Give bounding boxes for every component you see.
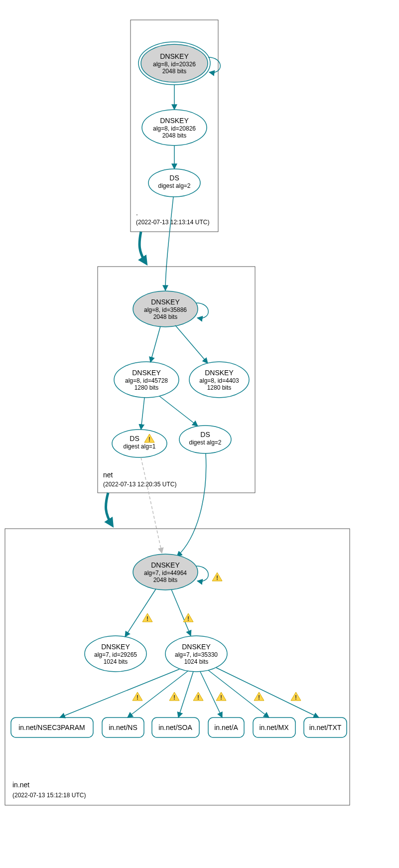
svg-text:in.net/MX: in.net/MX [259, 723, 289, 731]
rrset-nsec3param: in.net/NSEC3PARAM [11, 718, 93, 737]
zone-time-innet: (2022-07-13 15:12:18 UTC) [12, 792, 86, 799]
edge-innet-ksk-zsk [125, 589, 156, 637]
warning-icon [291, 692, 301, 701]
node-innet-zsk2: DNSKEY alg=7, id=35330 1024 bits [165, 636, 227, 672]
delegation-net-innet [106, 493, 112, 525]
svg-text:alg=8, id=45728: alg=8, id=45728 [125, 377, 168, 384]
rrset-a: in.net/A [208, 718, 244, 737]
edge-root-ds-net-ksk [165, 197, 173, 290]
rrset-soa: in.net/SOA [152, 718, 199, 737]
self-loop-innet-ksk [196, 566, 208, 581]
edge-innet-ksk-zsk2 [171, 589, 191, 636]
zone-label-root: . [136, 209, 138, 217]
svg-text:2048 bits: 2048 bits [153, 313, 178, 320]
warning-icon [183, 613, 193, 622]
node-net-ds1: DS digest alg=1 [112, 430, 167, 457]
warning-icon [216, 692, 226, 701]
edge-net-ksk-zsk [150, 326, 160, 362]
svg-text:DNSKEY: DNSKEY [160, 52, 189, 60]
svg-text:alg=8, id=20326: alg=8, id=20326 [153, 61, 196, 68]
node-net-zsk: DNSKEY alg=8, id=45728 1280 bits [114, 362, 179, 398]
warning-icon [142, 613, 152, 622]
svg-text:digest alg=1: digest alg=1 [123, 443, 155, 450]
node-innet-ksk: DNSKEY alg=7, id=44964 2048 bits [133, 554, 198, 590]
svg-text:DNSKEY: DNSKEY [160, 117, 189, 125]
svg-text:DS: DS [200, 431, 210, 438]
svg-text:in.net/SOA: in.net/SOA [158, 723, 192, 731]
zone-label-innet: in.net [12, 781, 29, 789]
warning-icon [144, 434, 154, 443]
svg-text:alg=7, id=44964: alg=7, id=44964 [144, 570, 187, 577]
edge-net-ds1-innet-ksk [141, 457, 162, 553]
edge-net-zsk-ds1 [141, 398, 144, 430]
edge-net-zsk-ds2 [159, 396, 198, 426]
edge-net-ds2-innet-ksk [177, 453, 206, 557]
svg-text:DNSKEY: DNSKEY [205, 369, 234, 377]
svg-text:DNSKEY: DNSKEY [182, 643, 211, 651]
svg-text:1280 bits: 1280 bits [207, 384, 232, 391]
svg-text:DNSKEY: DNSKEY [151, 298, 180, 306]
dnssec-graph: ! DNSKEY alg=8, id=20326 2048 bits DNSKE… [0, 0, 399, 868]
node-root-ds: DS digest alg=2 [148, 169, 200, 197]
edge-zsk2-soa [178, 672, 193, 718]
warning-icon [212, 573, 222, 581]
warning-icon [133, 692, 142, 701]
svg-text:1280 bits: 1280 bits [134, 384, 159, 391]
svg-text:DNSKEY: DNSKEY [151, 561, 180, 569]
node-net-ds2: DS digest alg=2 [179, 426, 231, 453]
edge-zsk2-txt [216, 668, 319, 718]
self-loop-net-ksk [196, 303, 208, 318]
zone-label-net: net [103, 471, 113, 479]
svg-text:alg=8, id=4403: alg=8, id=4403 [199, 377, 239, 384]
node-root-zsk: DNSKEY alg=8, id=20826 2048 bits [142, 110, 207, 145]
svg-text:digest alg=2: digest alg=2 [158, 182, 190, 189]
warning-icon [254, 692, 264, 701]
zone-time-net: (2022-07-13 12:20:35 UTC) [103, 481, 176, 488]
svg-text:in.net/A: in.net/A [214, 723, 238, 731]
svg-text:2048 bits: 2048 bits [153, 577, 178, 583]
rrset-ns: in.net/NS [102, 718, 144, 737]
svg-text:in.net/NS: in.net/NS [109, 723, 137, 731]
svg-text:DS: DS [130, 434, 139, 442]
edge-zsk2-nsec3param [60, 669, 179, 718]
svg-text:DNSKEY: DNSKEY [101, 643, 130, 651]
svg-text:DNSKEY: DNSKEY [132, 369, 161, 377]
delegation-root-net [139, 232, 146, 263]
rrset-txt: in.net/TXT [304, 718, 347, 737]
rrset-mx: in.net/MX [253, 718, 295, 737]
svg-text:2048 bits: 2048 bits [162, 132, 187, 139]
svg-text:digest alg=2: digest alg=2 [189, 439, 221, 446]
svg-text:alg=7, id=35330: alg=7, id=35330 [175, 651, 218, 658]
warning-icon [169, 692, 179, 701]
svg-text:2048 bits: 2048 bits [162, 68, 187, 75]
svg-text:in.net/TXT: in.net/TXT [309, 723, 342, 731]
node-innet-zsk: DNSKEY alg=7, id=29265 1024 bits [85, 636, 146, 672]
svg-text:1024 bits: 1024 bits [184, 658, 209, 665]
node-net-ksk: DNSKEY alg=8, id=35886 2048 bits [133, 291, 198, 327]
svg-text:alg=7, id=29265: alg=7, id=29265 [94, 651, 137, 658]
edge-net-ksk-zsk2 [175, 325, 208, 363]
zone-time-root: (2022-07-13 12:13:14 UTC) [136, 219, 209, 226]
svg-text:in.net/NSEC3PARAM: in.net/NSEC3PARAM [18, 723, 85, 731]
svg-text:DS: DS [169, 174, 179, 182]
svg-text:1024 bits: 1024 bits [104, 658, 128, 665]
svg-text:alg=8, id=20826: alg=8, id=20826 [153, 125, 196, 132]
node-net-zsk2: DNSKEY alg=8, id=4403 1280 bits [189, 362, 249, 398]
warning-icon [193, 692, 203, 701]
node-root-ksk: DNSKEY alg=8, id=20326 2048 bits [138, 42, 210, 85]
svg-text:alg=8, id=35886: alg=8, id=35886 [144, 306, 187, 313]
